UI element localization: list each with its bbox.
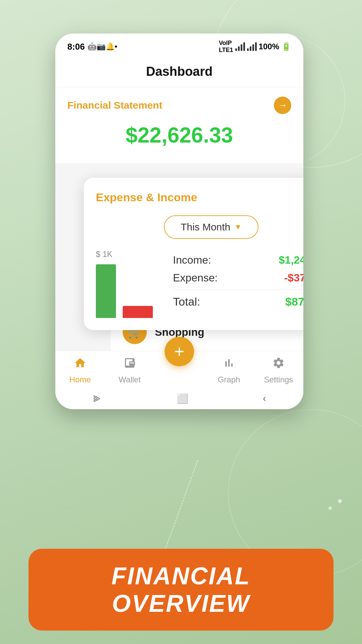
nav-home[interactable]: Home xyxy=(55,357,105,384)
period-label: This Month xyxy=(181,221,230,233)
period-selector: This Month ▼ xyxy=(96,215,303,239)
expense-income-card: Expense & Income → This Month ▼ $ 1K In xyxy=(84,178,303,330)
income-label: Income: xyxy=(173,254,211,266)
mini-chart: $ 1K xyxy=(96,250,153,318)
time-display: 8:06 xyxy=(67,42,85,52)
financial-overview-text: FINANCIAL OVERVIEW xyxy=(112,562,251,617)
android-home-btn[interactable]: ⬜ xyxy=(177,393,188,404)
bar-chart xyxy=(96,264,153,318)
nav-settings[interactable]: Settings xyxy=(254,357,303,384)
financial-statement-title: Financial Statement xyxy=(67,100,162,111)
stats-section: Income: $1,240.66 Expense: -$370.02 Tota… xyxy=(160,254,303,314)
chart-and-stats: $ 1K Income: $1,240.66 Expense: -$370.02 xyxy=(96,250,303,318)
ei-title: Expense & Income xyxy=(96,191,197,204)
financial-overview-banner: FINANCIAL OVERVIEW xyxy=(28,549,334,631)
android-back-btn[interactable]: ‹ xyxy=(263,393,266,404)
phone-frame: 8:06 🤖📷🔔• VoIPLTE1 100% 🔋 Dashboard xyxy=(55,34,303,409)
financial-section: Financial Statement → $22,626.33 xyxy=(55,87,303,163)
add-icon: + xyxy=(174,341,184,362)
battery-icon: 🔋 xyxy=(281,42,291,51)
stat-divider xyxy=(173,289,303,290)
nav-graph[interactable]: Graph xyxy=(204,357,254,384)
bg-dot-3 xyxy=(328,506,332,510)
add-transaction-button[interactable]: + xyxy=(165,337,194,366)
battery-level: 100% xyxy=(259,42,279,51)
expense-value: -$370.02 xyxy=(284,272,303,284)
ei-header: Expense & Income → xyxy=(96,189,303,206)
financial-statement-arrow[interactable]: → xyxy=(274,97,291,114)
status-left: 8:06 🤖📷🔔• xyxy=(67,42,117,52)
signal-bars xyxy=(235,42,245,51)
page-title: Dashboard xyxy=(146,64,213,78)
status-icons: 🤖📷🔔• xyxy=(87,42,117,51)
bg-dot-2 xyxy=(338,499,342,503)
page-header: Dashboard xyxy=(55,58,303,87)
nav-wallet[interactable]: Wallet xyxy=(105,357,155,384)
android-recent-btn[interactable]: ⫸ xyxy=(93,393,102,404)
expense-bar xyxy=(123,306,153,318)
total-row: Total: $870.65 xyxy=(173,295,303,308)
expense-label: Expense: xyxy=(173,272,218,284)
total-label: Total: xyxy=(173,295,200,308)
chart-y-label: $ 1K xyxy=(96,250,112,262)
home-icon xyxy=(74,357,86,372)
income-bar xyxy=(96,264,116,318)
status-bar: 8:06 🤖📷🔔• VoIPLTE1 100% 🔋 xyxy=(55,34,303,58)
home-label: Home xyxy=(69,375,91,384)
balance-display: $22,626.33 xyxy=(67,119,291,151)
period-button[interactable]: This Month ▼ xyxy=(164,215,258,239)
income-row: Income: $1,240.66 xyxy=(173,254,303,266)
voip-label: VoIPLTE1 xyxy=(219,40,233,54)
income-value: $1,240.66 xyxy=(279,254,303,266)
financial-header: Financial Statement → xyxy=(67,97,291,114)
status-right: VoIPLTE1 100% 🔋 xyxy=(219,40,291,54)
graph-label: Graph xyxy=(218,375,240,384)
wallet-icon xyxy=(123,357,136,372)
total-value: $870.65 xyxy=(285,295,303,308)
settings-icon xyxy=(272,357,285,372)
expense-row: Expense: -$370.02 xyxy=(173,272,303,284)
dropdown-arrow-icon: ▼ xyxy=(234,223,242,231)
wallet-label: Wallet xyxy=(119,375,141,384)
signal-bars-2 xyxy=(247,42,257,51)
graph-icon xyxy=(223,357,235,372)
android-nav: ⫸ ⬜ ‹ xyxy=(55,388,303,409)
settings-label: Settings xyxy=(264,375,293,384)
